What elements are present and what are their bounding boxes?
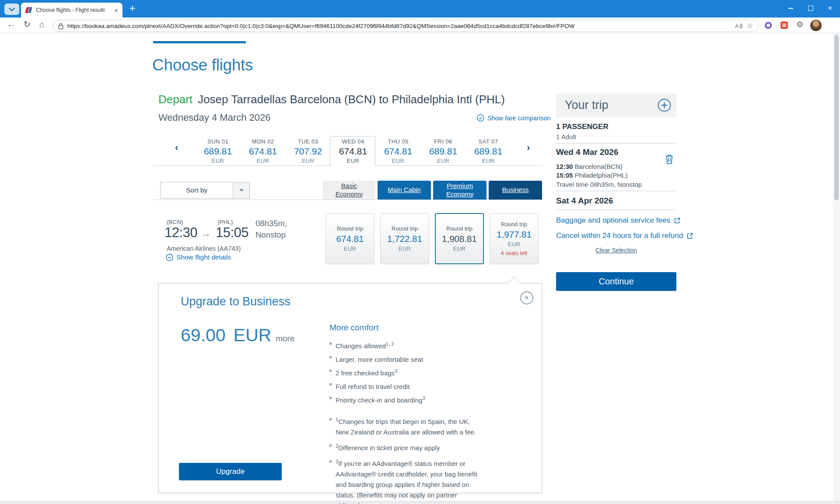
arrival-time: 15:05 — [216, 225, 248, 241]
sidebar-divider — [556, 143, 676, 144]
page-title: Choose flights — [152, 56, 253, 74]
tab-business[interactable]: Business — [489, 181, 542, 200]
settings-gear-icon[interactable]: ⚙ — [796, 21, 803, 28]
date-tab-thu-05[interactable]: THU 05 674.81 EUR — [377, 138, 419, 164]
date-tab-sun-01[interactable]: SUN 01 689.81 EUR — [197, 138, 239, 164]
favorite-star-icon[interactable]: ☆ — [747, 22, 753, 29]
benefit-item: 2 free checked bags3 — [329, 366, 483, 378]
outbound-arrival: 15:05 Philadelphia(PHL) — [556, 172, 627, 179]
benefit-item: Changes allowed1, 2 — [329, 339, 483, 351]
benefit-item: Full refund to travel credit — [329, 379, 483, 392]
new-tab-button[interactable]: + — [130, 4, 135, 14]
date-tab-tue-03[interactable]: TUE 03 707.92 EUR — [287, 138, 329, 164]
your-trip-header: Your trip — [556, 93, 676, 117]
window-close-button[interactable]: × — [820, 0, 840, 17]
outbound-departure: 12:30 Barcelona(BCN) — [556, 163, 623, 170]
carousel-next-button[interactable]: › — [527, 143, 530, 153]
arrow-right-icon: → — [201, 228, 211, 239]
benefit-item: Priority check-in and boarding3 — [329, 393, 483, 406]
upgrade-price: 69.00 EUR more — [181, 325, 294, 346]
maximize-icon — [808, 6, 813, 11]
fare-card-4[interactable]: Round trip 1,977.81 EUR 4 seats left — [490, 213, 539, 264]
minimize-button[interactable] — [780, 0, 801, 17]
trash-icon[interactable] — [664, 153, 675, 165]
chevron-down-icon — [9, 5, 15, 11]
travel-time: Travel time 08h35m, Nonstop — [556, 181, 642, 188]
date-tab-fri-06[interactable]: FRI 06 689.81 EUR — [422, 138, 464, 164]
date-tab-sat-07[interactable]: SAT 07 689.81 EUR — [467, 138, 509, 164]
destination-code: (PHL) — [217, 219, 233, 225]
tab-title: Choose flights - Flight results - Am — [36, 7, 105, 13]
sort-by-dropdown[interactable]: Sort by — [160, 182, 250, 199]
home-icon[interactable]: ⌂ — [39, 20, 44, 28]
flight-details-label: Show flight details — [176, 253, 231, 261]
tab-basic-economy[interactable]: Basic Economy — [323, 181, 375, 200]
baggage-fees-link[interactable]: Baggage and optional service fees — [556, 216, 681, 225]
passenger-count: 1 PASSENGER — [556, 122, 609, 131]
tab-premium-economy[interactable]: Premium Economy — [433, 181, 486, 200]
depart-label: Depart — [158, 93, 192, 106]
footnote-item: 3If you're an AAdvantage® status member … — [329, 456, 483, 504]
upgrade-panel: Upgrade to Business × 69.00 EUR more Mor… — [158, 283, 542, 493]
read-aloud-icon[interactable]: A — [735, 22, 743, 29]
tab-list-button[interactable] — [4, 4, 19, 15]
clear-selection-link[interactable]: Clear Selection — [556, 247, 676, 254]
sort-by-label: Sort by — [161, 182, 233, 198]
sidebar-divider — [556, 191, 676, 191]
fare-card-2[interactable]: Round trip 1,722.81 EUR — [380, 213, 429, 264]
external-link-icon — [686, 232, 693, 239]
passenger-detail: 1 Adult — [556, 133, 576, 140]
upgrade-button[interactable]: Upgrade — [179, 463, 282, 480]
selected-date-heading: Wednesday 4 March 2026 — [158, 112, 270, 123]
fare-comparison-label: Show fare comparison — [487, 115, 550, 122]
extension-purple-icon[interactable] — [765, 22, 772, 29]
footnote-item: 1Changes for trips that begin in Spain, … — [329, 414, 483, 438]
check-circle-icon — [477, 114, 484, 122]
scrollbar-thumb[interactable] — [834, 35, 839, 200]
browser-window: Choose flights - Flight results - Am × +… — [0, 0, 840, 504]
dropdown-arrow-icon — [239, 189, 244, 192]
fare-card-3-selected[interactable]: Round trip 1,908.81 EUR — [435, 213, 484, 264]
seats-left-badge: 4 seats left — [501, 250, 527, 256]
lock-icon — [58, 23, 63, 29]
svg-text:A: A — [735, 23, 738, 29]
refresh-icon[interactable]: ↻ — [24, 20, 31, 28]
carousel-prev-button[interactable]: ‹ — [175, 143, 178, 153]
fare-card-1[interactable]: Round trip 674.81 EUR — [326, 213, 374, 264]
browser-titlebar — [0, 0, 840, 18]
extension-red-icon[interactable] — [780, 21, 788, 29]
back-icon[interactable]: ← — [7, 20, 15, 28]
route-text: Josep Tarradellas Barcelona (BCN) to Phi… — [198, 93, 505, 106]
show-fare-comparison-link[interactable]: Show fare comparison — [477, 114, 550, 122]
window-close-icon: × — [828, 5, 832, 12]
external-link-icon — [674, 217, 681, 224]
url-text: https://bookaa.amadeus.com/plnext/AADX/O… — [67, 23, 731, 29]
profile-avatar[interactable] — [810, 20, 822, 31]
upgrade-title: Upgrade to Business — [181, 295, 290, 308]
date-tab-wed-04-selected[interactable]: WED 04 674.81 EUR — [332, 138, 374, 164]
dropdown-arrow-button[interactable] — [233, 182, 249, 198]
minimize-icon — [788, 8, 793, 9]
browser-tab[interactable]: Choose flights - Flight results - Am × — [21, 3, 122, 18]
tabs-divider — [153, 200, 542, 200]
maximize-button[interactable] — [801, 0, 821, 17]
departure-time: 12:30 — [164, 225, 197, 241]
tab-close-icon[interactable]: × — [114, 7, 118, 14]
date-tab-mon-02[interactable]: MON 02 674.81 EUR — [242, 138, 284, 164]
american-airlines-favicon — [25, 7, 32, 14]
tab-main-cabin[interactable]: Main Cabin — [378, 181, 431, 200]
sidebar-divider — [556, 210, 676, 210]
upgrade-close-button[interactable]: × — [520, 291, 533, 304]
outbound-date: Wed 4 Mar 2026 — [556, 147, 618, 157]
flight-stops: Nonstop — [256, 230, 286, 240]
flight-duration: 08h35m, — [256, 219, 287, 228]
continue-button[interactable]: Continue — [556, 272, 676, 291]
plus-circle-icon[interactable] — [658, 98, 671, 112]
return-date: Sat 4 Apr 2026 — [556, 196, 613, 206]
cancel-refund-link[interactable]: Cancel within 24 hours for a full refund — [556, 231, 693, 240]
footnotes: 1Changes for trips that begin in Spain, … — [329, 414, 483, 504]
show-flight-details-link[interactable]: Show flight details — [166, 253, 231, 261]
close-icon: × — [525, 294, 528, 302]
address-bar[interactable]: https://bookaa.amadeus.com/plnext/AADX/O… — [52, 20, 759, 32]
depart-route-heading: Depart Josep Tarradellas Barcelona (BCN)… — [158, 93, 505, 106]
